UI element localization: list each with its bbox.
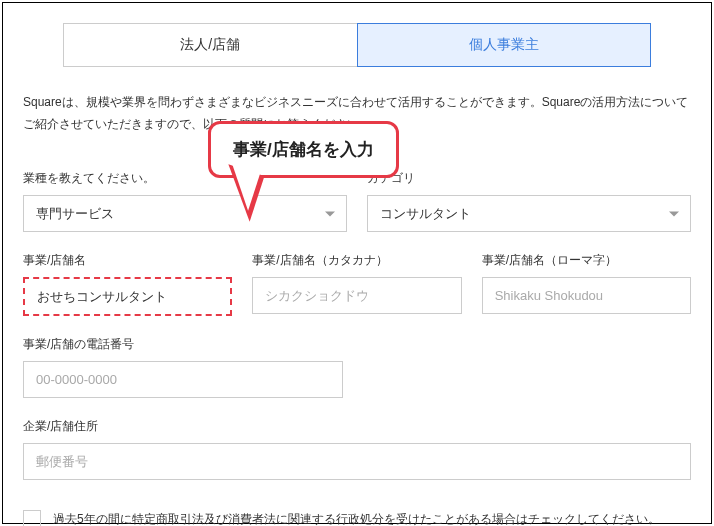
phone-label: 事業/店舗の電話番号 bbox=[23, 336, 343, 353]
callout-annotation: 事業/店舗名を入力 bbox=[208, 121, 399, 178]
business-name-input[interactable] bbox=[23, 277, 232, 316]
tab-individual[interactable]: 個人事業主 bbox=[357, 23, 652, 67]
business-name-label: 事業/店舗名 bbox=[23, 252, 232, 269]
business-name-roman-label: 事業/店舗名（ローマ字） bbox=[482, 252, 691, 269]
industry-select[interactable]: 専門サービス bbox=[23, 195, 347, 232]
postal-code-input[interactable] bbox=[23, 443, 691, 480]
category-label: カテゴリ bbox=[367, 170, 691, 187]
business-name-kana-input[interactable] bbox=[252, 277, 461, 314]
business-name-kana-label: 事業/店舗名（カタカナ） bbox=[252, 252, 461, 269]
business-name-roman-input[interactable] bbox=[482, 277, 691, 314]
tab-corporate[interactable]: 法人/店舗 bbox=[63, 23, 357, 67]
phone-input[interactable] bbox=[23, 361, 343, 398]
category-select[interactable]: コンサルタント bbox=[367, 195, 691, 232]
penalty-checkbox[interactable] bbox=[23, 510, 41, 526]
address-label: 企業/店舗住所 bbox=[23, 418, 691, 435]
penalty-checkbox-label: 過去5年の間に特定商取引法及び消費者法に関連する行政処分を受けたことがある場合は… bbox=[53, 511, 660, 526]
